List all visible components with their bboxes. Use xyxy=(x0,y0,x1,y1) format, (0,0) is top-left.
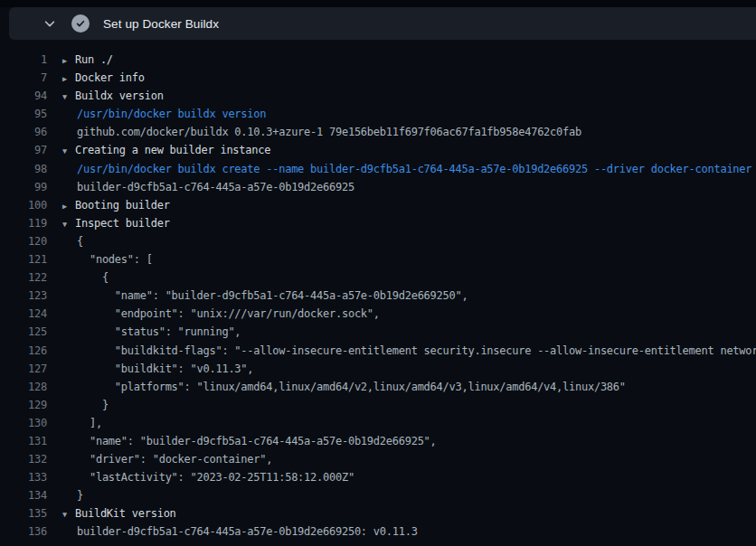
line-number[interactable]: 135 xyxy=(0,504,47,522)
line-number[interactable]: 1 xyxy=(0,51,47,69)
log-output-text: github.com/docker/buildx 0.10.3+azure-1 … xyxy=(77,123,581,141)
log-line: 129 } xyxy=(0,396,756,414)
log-group-title[interactable]: BuildKit version xyxy=(75,507,176,520)
log-output-text: "name": "builder-d9cfb5a1-c764-445a-a57e… xyxy=(77,287,468,305)
log-output-text: ], xyxy=(77,414,102,432)
line-number[interactable]: 126 xyxy=(0,342,47,360)
line-number[interactable]: 96 xyxy=(0,123,47,141)
log-group-title[interactable]: Creating a new builder instance xyxy=(75,144,270,156)
log-line: 134} xyxy=(0,486,756,504)
log-group-toggle[interactable]: ▼Inspect builder xyxy=(47,217,170,230)
log-line: 120{ xyxy=(0,232,756,250)
log-command-text: /usr/bin/docker buildx version xyxy=(77,105,266,123)
line-number[interactable]: 128 xyxy=(0,378,47,396)
log-line: 96github.com/docker/buildx 0.10.3+azure-… xyxy=(0,123,756,141)
line-number[interactable]: 120 xyxy=(0,232,47,250)
log-command-text: /usr/bin/docker buildx create --name bui… xyxy=(77,160,751,178)
triangle-right-icon[interactable]: ▶ xyxy=(62,197,73,214)
line-number[interactable]: 123 xyxy=(0,287,47,305)
log-line: 97▼Creating a new builder instance xyxy=(0,141,756,159)
line-number[interactable]: 100 xyxy=(0,196,47,214)
log-output-text: { xyxy=(77,232,83,250)
log-line: 128 "platforms": "linux/amd64,linux/amd6… xyxy=(0,378,756,396)
log-line: 127 "buildkit": "v0.11.3", xyxy=(0,360,756,378)
line-number[interactable]: 134 xyxy=(0,486,47,504)
log-group-toggle[interactable]: ▼BuildKit version xyxy=(47,507,176,520)
log-output-text: } xyxy=(77,396,109,414)
log-output-text: "driver": "docker-container", xyxy=(77,450,272,468)
log-group-title[interactable]: Inspect builder xyxy=(75,217,170,230)
line-number[interactable]: 121 xyxy=(0,250,47,268)
line-number[interactable]: 7 xyxy=(0,69,47,87)
log-output-text: "name": "builder-d9cfb5a1-c764-445a-a57e… xyxy=(77,432,437,450)
triangle-down-icon[interactable]: ▼ xyxy=(62,505,73,522)
line-number[interactable]: 133 xyxy=(0,468,47,486)
log-output-text: } xyxy=(77,486,83,504)
log-line: 132 "driver": "docker-container", xyxy=(0,450,756,468)
log-line: 122 { xyxy=(0,268,756,287)
log-line: 131 "name": "builder-d9cfb5a1-c764-445a-… xyxy=(0,432,756,450)
log-line: 130 ], xyxy=(0,414,756,432)
triangle-down-icon[interactable]: ▼ xyxy=(62,215,73,232)
line-number[interactable]: 97 xyxy=(0,141,47,159)
triangle-right-icon[interactable]: ▶ xyxy=(62,70,73,87)
log-line: 95/usr/bin/docker buildx version xyxy=(0,105,756,123)
line-number[interactable]: 131 xyxy=(0,432,47,450)
log-line: 1▶Run ./ xyxy=(0,51,756,69)
log-output-text: "nodes": [ xyxy=(77,250,153,268)
line-number[interactable]: 136 xyxy=(0,522,47,541)
log-output-text: "lastActivity": "2023-02-25T11:58:12.000… xyxy=(77,468,354,486)
step-header[interactable]: Set up Docker Buildx xyxy=(9,7,756,40)
log-group-toggle[interactable]: ▶Run ./ xyxy=(47,53,113,66)
page-background-strip xyxy=(0,0,756,7)
log-line: 133 "lastActivity": "2023-02-25T11:58:12… xyxy=(0,468,756,486)
log-line: 119▼Inspect builder xyxy=(0,214,756,232)
line-number[interactable]: 132 xyxy=(0,450,47,468)
line-number[interactable]: 94 xyxy=(0,87,47,105)
log-line: 100▶Booting builder xyxy=(0,196,756,214)
line-number[interactable]: 99 xyxy=(0,178,47,196)
actions-log-viewer: { "header": { "title": "Set up Docker Bu… xyxy=(0,0,756,546)
line-number[interactable]: 122 xyxy=(0,268,47,287)
log-line: 7▶Docker info xyxy=(0,69,756,87)
log-output-text: "platforms": "linux/amd64,linux/amd64/v2… xyxy=(77,378,626,396)
log-group-toggle[interactable]: ▶Booting builder xyxy=(47,199,170,212)
line-number[interactable]: 124 xyxy=(0,305,47,323)
log-line: 94▼Buildx version xyxy=(0,87,756,105)
log-line: 136builder-d9cfb5a1-c764-445a-a57e-0b19d… xyxy=(0,522,756,541)
line-number[interactable]: 127 xyxy=(0,360,47,378)
log-line: 121 "nodes": [ xyxy=(0,250,756,268)
log-output-text: "buildkitd-flags": "--allow-insecure-ent… xyxy=(77,342,756,360)
log-line: 135▼BuildKit version xyxy=(0,504,756,522)
log-output-text: "status": "running", xyxy=(77,323,241,341)
log-output-text: "buildkit": "v0.11.3", xyxy=(77,360,253,378)
log-line: 99builder-d9cfb5a1-c764-445a-a57e-0b19d2… xyxy=(0,178,756,196)
chevron-down-icon[interactable] xyxy=(42,15,58,32)
log-line: 124 "endpoint": "unix:///var/run/docker.… xyxy=(0,305,756,323)
log-group-toggle[interactable]: ▼Creating a new builder instance xyxy=(47,144,270,156)
log-output-text: "endpoint": "unix:///var/run/docker.sock… xyxy=(77,305,380,323)
line-number[interactable]: 129 xyxy=(0,396,47,414)
line-number[interactable]: 125 xyxy=(0,323,47,341)
log-group-toggle[interactable]: ▼Buildx version xyxy=(47,89,164,102)
log-group-toggle[interactable]: ▶Docker info xyxy=(47,71,145,84)
check-circle-icon xyxy=(71,14,90,33)
log-group-title[interactable]: Booting builder xyxy=(75,199,170,212)
triangle-down-icon[interactable]: ▼ xyxy=(62,88,73,105)
line-number[interactable]: 130 xyxy=(0,414,47,432)
triangle-down-icon[interactable]: ▼ xyxy=(62,142,73,159)
log-line: 126 "buildkitd-flags": "--allow-insecure… xyxy=(0,342,756,360)
log-group-title[interactable]: Run ./ xyxy=(75,53,113,66)
step-title: Set up Docker Buildx xyxy=(103,17,219,31)
line-number[interactable]: 119 xyxy=(0,214,47,232)
log-lines-container: 1▶Run ./7▶Docker info94▼Buildx version95… xyxy=(0,51,756,541)
log-group-title[interactable]: Buildx version xyxy=(75,89,164,102)
log-line: 125 "status": "running", xyxy=(0,323,756,341)
log-line: 98/usr/bin/docker buildx create --name b… xyxy=(0,160,756,178)
log-group-title[interactable]: Docker info xyxy=(75,71,145,84)
log-output-text: builder-d9cfb5a1-c764-445a-a57e-0b19d2e6… xyxy=(77,522,418,541)
triangle-right-icon[interactable]: ▶ xyxy=(62,52,73,69)
log-line: 123 "name": "builder-d9cfb5a1-c764-445a-… xyxy=(0,287,756,305)
line-number[interactable]: 98 xyxy=(0,160,47,178)
line-number[interactable]: 95 xyxy=(0,105,47,123)
